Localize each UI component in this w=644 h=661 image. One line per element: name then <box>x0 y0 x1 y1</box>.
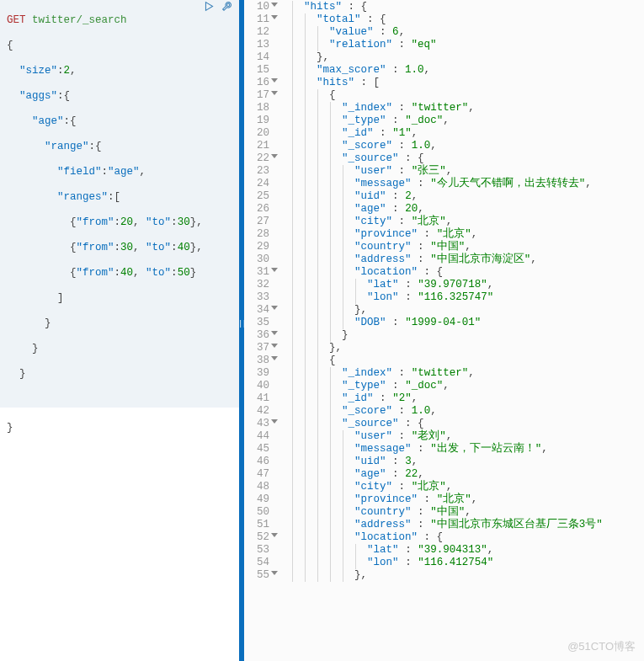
wrench-icon[interactable] <box>221 1 232 13</box>
http-method: GET <box>7 14 26 26</box>
watermark: @51CTO博客 <box>567 639 636 654</box>
response-body[interactable]: "hits" : { "total" : { "value" : 6, "rel… <box>276 0 644 661</box>
request-line-block[interactable]: GET twitter/_search { "size":2, "aggs":{… <box>0 0 239 408</box>
response-viewer[interactable]: 1011121314151617181920212223242526272829… <box>244 0 644 661</box>
line-gutter: 1011121314151617181920212223242526272829… <box>244 0 276 661</box>
request-actions <box>204 1 232 13</box>
run-icon[interactable] <box>204 1 215 13</box>
request-editor[interactable]: GET twitter/_search { "size":2, "aggs":{… <box>0 0 239 661</box>
request-path: twitter/_search <box>32 14 127 26</box>
